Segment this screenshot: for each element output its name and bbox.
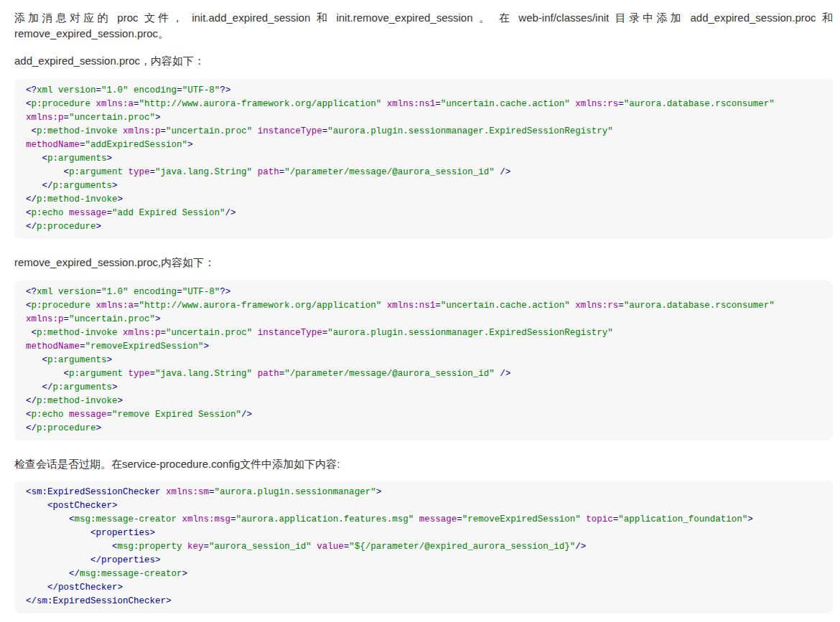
section-heading-remove-proc: remove_expired_session.proc,内容如下： [14,255,833,270]
documentation-page: { "page": { "intro": "添加消息对应的 proc 文件， i… [0,0,840,622]
code-block-remove-expired-session-proc: <?xml version="1.0" encoding="UTF-8"?> <… [14,281,833,440]
intro-paragraph: 添加消息对应的 proc 文件， init.add_expired_sessio… [14,10,833,42]
section-heading-add-proc: add_expired_session.proc，内容如下： [14,53,833,69]
section-heading-expired-session-checker: 检查会话是否过期。在service-procedure.config文件中添加如… [14,456,833,472]
code-block-add-expired-session-proc: <?xml version="1.0" encoding="UTF-8"?> <… [14,79,833,239]
doc-content: 添加消息对应的 proc 文件， init.add_expired_sessio… [0,0,840,622]
code-block-service-procedure-config: <sm:ExpiredSessionChecker xmlns:sm="auro… [14,481,833,613]
